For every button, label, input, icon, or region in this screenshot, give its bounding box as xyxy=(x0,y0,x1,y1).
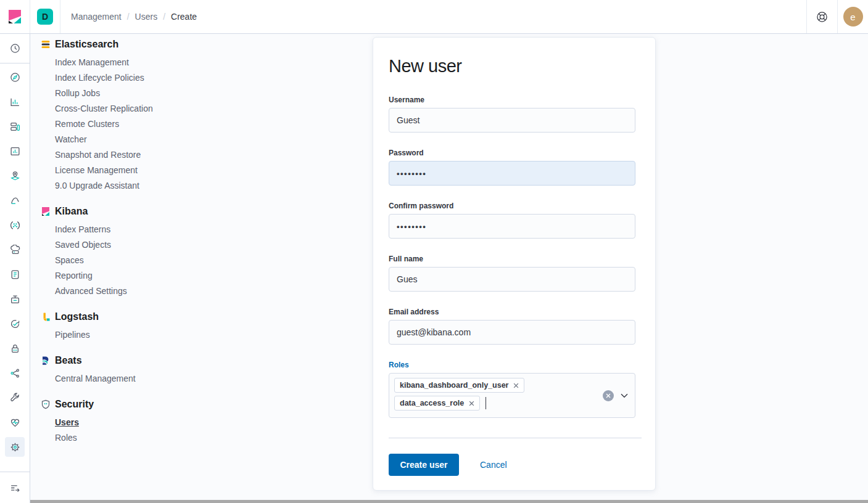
kibana-logo xyxy=(41,207,51,216)
infrastructure-icon[interactable] xyxy=(5,240,25,260)
email-field[interactable] xyxy=(389,320,635,345)
full-name-row: Full name xyxy=(389,255,635,292)
top-bar-actions: e xyxy=(806,0,868,33)
app-icon-rail xyxy=(0,34,30,503)
machine-learning-icon[interactable] xyxy=(5,190,25,210)
security-shield-icon xyxy=(41,399,51,409)
remove-role-icon[interactable] xyxy=(513,383,519,388)
sidebar-item-remote-clusters[interactable]: Remote Clusters xyxy=(41,116,213,131)
breadcrumb-separator: / xyxy=(163,12,165,22)
sidebar-item-advanced-settings[interactable]: Advanced Settings xyxy=(41,283,213,298)
sidebar-item-users[interactable]: Users xyxy=(41,414,213,430)
kibana-home-button[interactable] xyxy=(0,0,30,33)
kibana-app: D Management / Users / Create e xyxy=(0,0,868,503)
code-icon[interactable] xyxy=(5,363,25,383)
roles-label: Roles xyxy=(389,361,635,369)
email-label: Email address xyxy=(389,308,635,316)
recently-viewed-section xyxy=(0,34,30,63)
new-user-panel: New user Username Password Confirm passw… xyxy=(373,37,656,491)
sidebar-item-upgrade-assistant[interactable]: 9.0 Upgrade Assistant xyxy=(41,178,213,193)
sidebar-item-spaces[interactable]: Spaces xyxy=(41,252,213,268)
username-row: Username xyxy=(389,96,635,133)
sidebar-item-saved-objects[interactable]: Saved Objects xyxy=(41,237,213,252)
sidebar-item-index-management[interactable]: Index Management xyxy=(41,54,213,70)
section-title: Elasticsearch xyxy=(55,39,118,50)
page-title: New user xyxy=(389,56,640,76)
username-label: Username xyxy=(389,96,635,104)
section-kibana: Kibana Index Patterns Saved Objects Spac… xyxy=(41,206,213,298)
collapse-menu-icon[interactable] xyxy=(5,478,25,497)
full-name-label: Full name xyxy=(389,255,635,263)
management-icon[interactable] xyxy=(5,437,25,457)
text-cursor xyxy=(486,397,486,409)
sidebar-item-snapshot-and-restore[interactable]: Snapshot and Restore xyxy=(41,147,213,162)
form-actions: Create user Cancel xyxy=(389,454,640,476)
role-chip[interactable]: kibana_dashboard_only_user xyxy=(394,378,524,393)
section-logstash: Logstash Pipelines xyxy=(41,311,213,342)
role-chip-label: kibana_dashboard_only_user xyxy=(400,381,508,390)
sidebar-item-pipelines[interactable]: Pipelines xyxy=(41,327,213,342)
dev-tools-icon[interactable] xyxy=(5,388,25,407)
sidebar-item-reporting[interactable]: Reporting xyxy=(41,268,213,283)
password-field[interactable] xyxy=(389,161,635,186)
create-user-button[interactable]: Create user xyxy=(389,454,459,476)
help-button[interactable] xyxy=(806,0,837,33)
confirm-password-field[interactable] xyxy=(389,214,635,239)
breadcrumb-separator: / xyxy=(127,12,130,22)
beats-logo xyxy=(41,356,51,366)
management-sidenav: Elasticsearch Index Management Index Lif… xyxy=(41,39,213,458)
stack-monitoring-icon[interactable] xyxy=(5,412,25,432)
section-title: Security xyxy=(55,399,94,410)
roles-combobox[interactable]: kibana_dashboard_only_user data_access_r… xyxy=(389,373,635,418)
uptime-icon[interactable] xyxy=(5,314,25,333)
space-selector[interactable]: D xyxy=(30,0,60,33)
app-icon-list xyxy=(0,63,30,457)
logs-icon[interactable] xyxy=(5,264,25,284)
breadcrumb-create: Create xyxy=(171,12,197,22)
sidebar-item-index-patterns[interactable]: Index Patterns xyxy=(41,221,213,237)
sidebar-item-cross-cluster-replication[interactable]: Cross-Cluster Replication xyxy=(41,100,213,116)
full-name-field[interactable] xyxy=(389,267,635,292)
remove-role-icon[interactable] xyxy=(469,401,474,406)
elasticsearch-logo xyxy=(41,39,51,49)
breadcrumb-users[interactable]: Users xyxy=(135,12,158,22)
space-badge[interactable]: D xyxy=(37,9,53,25)
graph-icon[interactable] xyxy=(5,215,25,235)
siem-icon[interactable] xyxy=(5,338,25,358)
apm-icon[interactable] xyxy=(5,289,25,309)
visualize-icon[interactable] xyxy=(5,92,25,112)
sidebar-item-license-management[interactable]: License Management xyxy=(41,162,213,178)
user-menu-button[interactable]: e xyxy=(837,0,868,33)
clear-selection-icon[interactable] xyxy=(603,390,614,401)
form-divider xyxy=(389,438,642,438)
breadcrumb-management[interactable]: Management xyxy=(71,12,122,22)
sidebar-item-index-lifecycle-policies[interactable]: Index Lifecycle Policies xyxy=(41,70,213,85)
section-beats: Beats Central Management xyxy=(41,355,213,386)
section-title: Logstash xyxy=(55,311,99,322)
sidebar-item-roles[interactable]: Roles xyxy=(41,430,213,445)
email-row: Email address xyxy=(389,308,635,345)
password-label: Password xyxy=(389,149,635,157)
sidebar-item-rollup-jobs[interactable]: Rollup Jobs xyxy=(41,85,213,100)
confirm-password-label: Confirm password xyxy=(389,202,635,210)
section-security: Security Users Roles xyxy=(41,399,213,445)
recently-viewed-icon[interactable] xyxy=(5,39,25,59)
section-title: Beats xyxy=(55,355,82,366)
maps-icon[interactable] xyxy=(5,166,25,186)
role-chip[interactable]: data_access_role xyxy=(394,396,480,411)
discover-icon[interactable] xyxy=(5,67,25,87)
section-title: Kibana xyxy=(55,206,88,217)
help-icon xyxy=(816,11,828,23)
window-edge xyxy=(0,500,868,503)
dashboard-icon[interactable] xyxy=(5,117,25,136)
sidebar-item-central-management[interactable]: Central Management xyxy=(41,370,213,386)
logstash-logo xyxy=(41,312,51,322)
sidebar-item-watcher[interactable]: Watcher xyxy=(41,131,213,147)
cancel-button[interactable]: Cancel xyxy=(480,460,507,470)
canvas-icon[interactable] xyxy=(5,141,25,161)
chevron-down-icon[interactable] xyxy=(621,393,628,398)
username-field[interactable] xyxy=(389,108,635,133)
breadcrumb: Management / Users / Create xyxy=(71,0,197,33)
role-chip-label: data_access_role xyxy=(400,399,464,407)
rail-footer xyxy=(0,472,30,503)
